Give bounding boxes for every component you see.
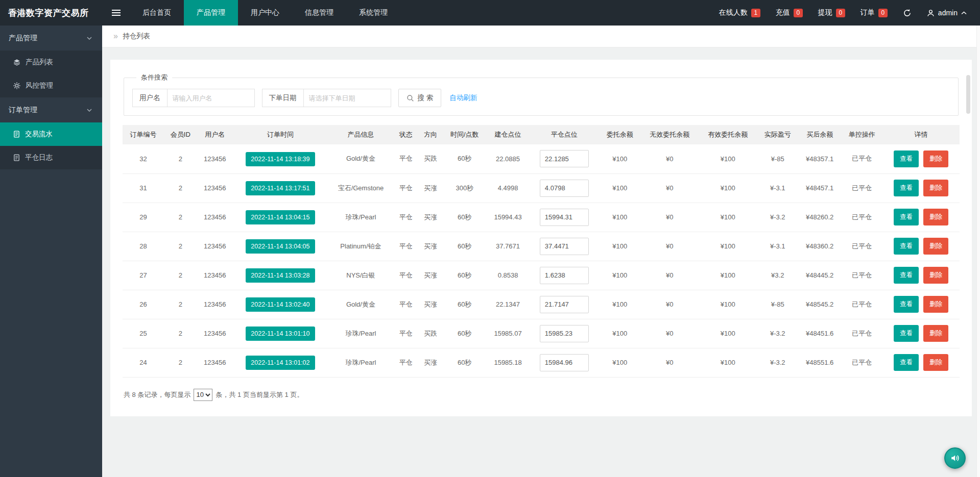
valid-entrust-cell: ¥100 (699, 348, 757, 377)
view-button[interactable]: 查看 (894, 354, 919, 371)
topnav-item[interactable]: 信息管理 (292, 0, 346, 26)
topnav-item[interactable]: 产品管理 (184, 0, 238, 26)
search-button[interactable]: 搜 索 (398, 89, 442, 107)
column-header: 单控操作 (841, 125, 882, 144)
close-point-input[interactable] (540, 267, 589, 284)
close-point-input[interactable] (540, 238, 589, 255)
delete-button[interactable]: 删除 (923, 354, 948, 371)
delete-button[interactable]: 删除 (923, 209, 948, 225)
detail-actions-cell: 查看删除 (882, 203, 960, 232)
stat-badge: 0 (878, 9, 888, 17)
order-time-cell: 2022-11-14 13:03:28 (233, 261, 328, 290)
open-point-cell: 15994.43 (487, 203, 530, 232)
control-status-cell: 已平仓 (841, 232, 882, 261)
close-point-input[interactable] (540, 150, 589, 167)
close-point-input[interactable] (540, 296, 589, 313)
after-buy-balance-cell: ¥48457.1 (798, 173, 841, 203)
delete-button[interactable]: 删除 (923, 150, 948, 167)
username: admin (938, 9, 958, 17)
positions-card: 条件搜索 用户名 下单日期 搜 索 自动刷新 (110, 60, 972, 416)
view-button[interactable]: 查看 (894, 180, 919, 196)
duration-cell: 60秒 (443, 290, 487, 319)
direction-cell: 买涨 (418, 348, 443, 377)
sidebar-group-label: 产品管理 (9, 34, 37, 43)
column-header: 有效委托余额 (699, 125, 757, 144)
auto-refresh-link[interactable]: 自动刷新 (449, 93, 477, 103)
view-button[interactable]: 查看 (894, 150, 919, 167)
valid-entrust-cell: ¥100 (699, 261, 757, 290)
order-id-cell: 28 (123, 232, 164, 261)
topnav-stat[interactable]: 充值0 (776, 8, 803, 17)
topnav-item[interactable]: 用户中心 (238, 0, 292, 26)
sidebar-group[interactable]: 订单管理 (0, 97, 102, 122)
sidebar-group[interactable]: 产品管理 (0, 26, 102, 51)
delete-button[interactable]: 删除 (923, 325, 948, 342)
stat-badge: 1 (751, 9, 760, 17)
page-size-select[interactable]: 10 (194, 389, 212, 401)
sidebar-item-label: 风控管理 (26, 81, 53, 90)
navbar-right: 在线人数1充值0提现0订单0 admin (719, 0, 980, 26)
sidebar-item[interactable]: 平仓日志 (0, 146, 102, 169)
topnav-item[interactable]: 系统管理 (346, 0, 400, 26)
sidebar-item[interactable]: 风控管理 (0, 74, 102, 97)
control-status-cell: 已平仓 (841, 261, 882, 290)
delete-button[interactable]: 删除 (923, 267, 948, 284)
order-date-input[interactable] (303, 89, 391, 107)
sidebar-item[interactable]: 交易流水 (0, 122, 102, 146)
product-cell: 珍珠/Pearl (328, 348, 394, 377)
username-cell: 123456 (197, 319, 233, 348)
after-buy-balance-cell: ¥48357.1 (798, 144, 841, 173)
topnav-stat[interactable]: 在线人数1 (719, 8, 760, 17)
order-time-cell: 2022-11-14 13:01:02 (233, 348, 328, 377)
product-cell: Gold/黄金 (328, 290, 394, 319)
close-point-input[interactable] (540, 325, 589, 342)
user-menu[interactable]: admin (927, 9, 967, 17)
hamburger-icon[interactable] (102, 0, 130, 26)
close-point-input[interactable] (540, 209, 589, 226)
member-id-cell: 2 (164, 173, 197, 203)
topnav-item[interactable]: 后台首页 (130, 0, 184, 26)
view-button[interactable]: 查看 (894, 296, 919, 313)
page-scrollbar[interactable] (976, 26, 980, 477)
table-row: 2621234562022-11-14 13:02:40Gold/黄金平仓买涨6… (123, 290, 960, 319)
delete-button[interactable]: 删除 (923, 238, 948, 255)
delete-button[interactable]: 删除 (923, 180, 948, 196)
scrollbar-thumb[interactable] (966, 75, 970, 114)
view-button[interactable]: 查看 (894, 209, 919, 225)
stat-label: 订单 (861, 8, 875, 17)
topnav-stat[interactable]: 订单0 (861, 8, 888, 17)
close-point-cell (529, 144, 599, 173)
column-header: 详情 (882, 125, 960, 144)
view-button[interactable]: 查看 (894, 325, 919, 342)
close-point-input[interactable] (540, 354, 589, 371)
username-group: 用户名 (132, 89, 255, 107)
product-cell: 珍珠/Pearl (328, 203, 394, 232)
delete-button[interactable]: 删除 (923, 296, 948, 313)
close-point-input[interactable] (540, 180, 589, 197)
entrust-balance-cell: ¥100 (599, 232, 640, 261)
status-cell: 平仓 (394, 203, 418, 232)
entrust-balance-cell: ¥100 (599, 203, 640, 232)
close-point-cell (529, 348, 599, 377)
order-id-cell: 24 (123, 348, 164, 377)
audio-toggle-button[interactable] (944, 447, 966, 469)
direction-cell: 买涨 (418, 232, 443, 261)
order-time-badge: 2022-11-14 13:01:10 (246, 327, 315, 341)
member-id-cell: 2 (164, 203, 197, 232)
order-id-cell: 32 (123, 144, 164, 173)
entrust-balance-cell: ¥100 (599, 348, 640, 377)
refresh-icon[interactable] (903, 9, 912, 17)
control-status-cell: 已平仓 (841, 319, 882, 348)
order-id-cell: 27 (123, 261, 164, 290)
view-button[interactable]: 查看 (894, 238, 919, 255)
username-cell: 123456 (197, 173, 233, 203)
topnav-stat[interactable]: 提现0 (818, 8, 845, 17)
chevron-down-icon (87, 37, 92, 40)
username-cell: 123456 (197, 348, 233, 377)
after-buy-balance-cell: ¥48451.6 (798, 319, 841, 348)
status-cell: 平仓 (394, 290, 418, 319)
view-button[interactable]: 查看 (894, 267, 919, 284)
username-input[interactable] (167, 89, 255, 107)
sidebar-item[interactable]: 产品列表 (0, 51, 102, 74)
order-date-group: 下单日期 (262, 89, 391, 107)
